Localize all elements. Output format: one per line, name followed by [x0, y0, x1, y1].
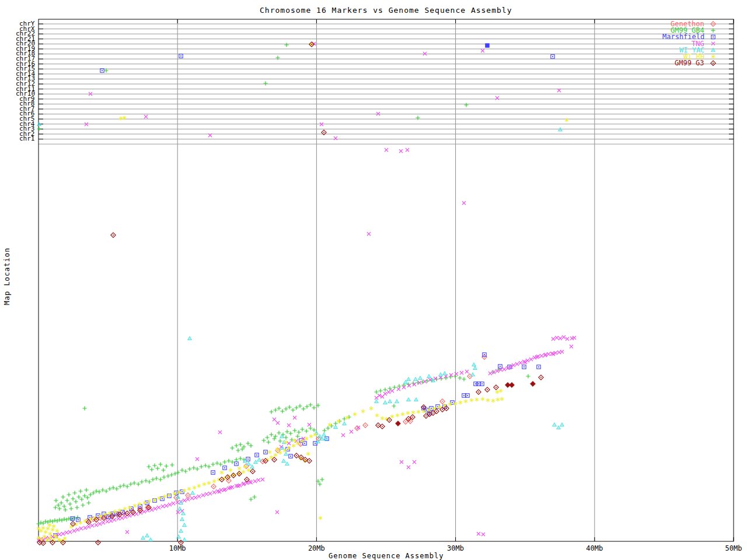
x-tick-label-50Mb: 50Mb: [725, 544, 742, 552]
marker-tng: [455, 372, 458, 376]
marker-rh: [486, 398, 490, 402]
marker-tng: [383, 392, 387, 396]
marker-tng: [560, 350, 564, 354]
marker-rh: [193, 486, 196, 490]
marker-tng: [526, 359, 529, 362]
marker-g3: [509, 383, 515, 388]
marker-tng: [102, 521, 105, 524]
marker-rh: [401, 412, 404, 416]
marker-genethon: [363, 423, 368, 428]
marker-rh: [238, 467, 241, 471]
marker-g3: [376, 423, 381, 428]
marker-gb4: [139, 480, 144, 484]
marker-tng: [65, 531, 68, 534]
legend-glyph-g3: [711, 61, 715, 65]
marker-rh: [217, 478, 221, 482]
marker-tng: [540, 354, 543, 358]
marker-tng: [95, 523, 98, 527]
marker-rh: [309, 435, 313, 439]
marker-tng: [139, 511, 142, 514]
marker-marshfield: [71, 517, 74, 520]
scatter-points: [36, 42, 576, 545]
marker-yac: [180, 517, 184, 521]
marker-tng: [109, 519, 113, 523]
marker-rh: [46, 527, 50, 531]
marker-rh: [229, 468, 232, 473]
marker-marshfield: [480, 382, 484, 386]
marker-tng: [222, 488, 226, 492]
marker-yac: [181, 512, 185, 515]
marker-gb4: [312, 405, 316, 410]
marker-gb4: [149, 467, 153, 471]
marker-gb4: [155, 466, 159, 470]
marker-gb4: [152, 463, 156, 467]
scatter-plot-canvas: [0, 0, 747, 560]
marker-gb4: [291, 408, 295, 412]
marker-gb4: [82, 406, 86, 410]
marker-gb4: [158, 462, 162, 466]
marker-tng: [224, 488, 227, 491]
marker-gb4: [211, 462, 215, 466]
marker-tng: [120, 516, 124, 520]
legend-glyph-marshfield: [711, 35, 715, 38]
marker-gb4: [301, 407, 305, 411]
marker-yac: [178, 507, 181, 510]
marker-yac: [443, 372, 446, 375]
marker-tng: [117, 517, 120, 520]
marker-gb4: [61, 495, 65, 499]
legend-glyph-rh: [711, 55, 715, 59]
marker-yac: [558, 128, 562, 131]
marker-rh: [369, 407, 373, 411]
marker-rh: [52, 524, 55, 528]
marker-gb4: [320, 477, 324, 481]
marker-tng: [72, 529, 76, 533]
marker-rh: [220, 471, 224, 475]
marker-gb4: [76, 495, 81, 499]
marker-rh: [207, 481, 211, 485]
series-gb4: [36, 43, 530, 526]
marker-tng: [495, 369, 499, 373]
marker-gb4: [146, 464, 151, 468]
marker-yac: [395, 400, 399, 403]
marker-marshfield: [462, 394, 466, 397]
marker-tng: [308, 423, 311, 426]
marker-yac: [141, 536, 145, 540]
marker-yac: [407, 398, 410, 401]
marker-gb4: [199, 464, 203, 468]
marker-rh: [187, 487, 191, 491]
marker-yac: [324, 437, 327, 440]
marker-marshfield: [486, 44, 489, 47]
marker-gb4: [78, 489, 82, 493]
marker-yac: [179, 529, 183, 533]
marker-g3: [485, 387, 490, 392]
marker-tng: [460, 371, 463, 374]
marker-yac: [407, 377, 410, 381]
marker-rh: [143, 501, 146, 505]
y-tick-label-chr1: chr1: [19, 136, 35, 141]
marker-gb4: [322, 428, 326, 432]
marker-tng: [90, 524, 94, 527]
y-axis-title: Map Location: [3, 247, 11, 305]
x-tick-label-20Mb: 20Mb: [308, 544, 325, 552]
marker-tng: [205, 492, 208, 496]
legend-item-g3: GM99 G3: [675, 59, 704, 67]
marker-tng: [400, 460, 403, 464]
marker-tng: [196, 457, 199, 461]
marker-gb4: [295, 434, 299, 438]
marker-rh: [495, 390, 499, 394]
marker-rh: [242, 470, 245, 474]
marker-yac: [179, 501, 183, 505]
marker-tng: [523, 360, 527, 364]
marker-gb4: [69, 506, 73, 510]
marker-rh: [481, 397, 484, 401]
marker-g3: [434, 409, 439, 414]
marker-rh: [51, 528, 54, 532]
marker-gb4: [252, 495, 256, 499]
marker-tng: [212, 491, 216, 494]
marker-yac: [191, 491, 194, 495]
marker-gb4: [59, 501, 63, 505]
marker-rh: [500, 397, 504, 401]
marker-marshfield: [303, 442, 306, 445]
marker-gb4: [392, 404, 396, 408]
marker-tng: [168, 503, 172, 506]
